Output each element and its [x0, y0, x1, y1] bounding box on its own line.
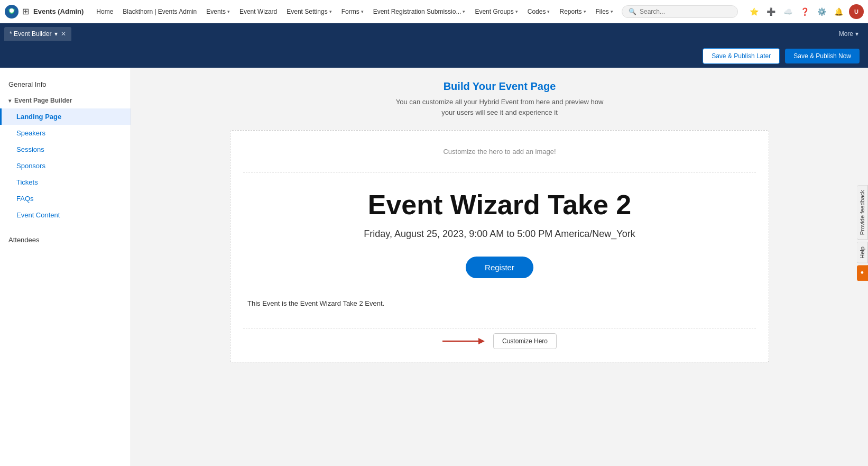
- chevron-down-icon: ▾: [8, 98, 11, 104]
- page-subtitle-line2: your users will see it and experience it: [144, 107, 855, 118]
- notification-badge-tab[interactable]: ●: [857, 265, 868, 281]
- chevron-down-icon: ▾: [547, 9, 550, 14]
- register-button[interactable]: Register: [466, 257, 533, 278]
- chevron-down-icon: ▾: [361, 9, 364, 14]
- event-title-preview: Event Wizard Take 2: [243, 190, 756, 220]
- sidebar-item-speakers[interactable]: Speakers: [0, 125, 131, 141]
- nav-item-settings[interactable]: Event Settings ▾: [282, 6, 336, 17]
- search-bar[interactable]: 🔍: [622, 5, 738, 18]
- customize-hero-row: Customize Hero: [243, 328, 756, 349]
- chevron-down-icon: ▾: [227, 9, 230, 14]
- feedback-label: Provide feedback: [859, 190, 865, 235]
- sidebar-item-tickets[interactable]: Tickets: [0, 174, 131, 190]
- sidebar-item-landing-page[interactable]: Landing Page: [0, 108, 131, 125]
- event-preview-card: Customize the hero to add an image! Even…: [230, 130, 769, 362]
- sidebar-item-faqs[interactable]: FAQs: [0, 190, 131, 207]
- provide-feedback-tab[interactable]: Provide feedback: [857, 185, 868, 240]
- sidebar-attendees[interactable]: Attendees: [0, 232, 131, 248]
- sidebar: General Info ▾ Event Page Builder Landin…: [0, 68, 131, 466]
- more-menu[interactable]: More ▾: [834, 27, 864, 41]
- help-icon[interactable]: ❓: [798, 5, 811, 18]
- nav-item-wizard-label: Event Wizard: [239, 8, 277, 15]
- action-bar: Save & Publish Later Save & Publish Now: [0, 44, 868, 68]
- active-tab-label: * Event Builder: [10, 30, 51, 38]
- main-layout: General Info ▾ Event Page Builder Landin…: [0, 68, 868, 466]
- avatar[interactable]: U: [849, 4, 864, 19]
- nav-item-registration-label: Event Registration Submissio...: [373, 8, 461, 15]
- notification-icon[interactable]: 🔔: [832, 5, 845, 18]
- save-publish-later-button[interactable]: Save & Publish Later: [703, 48, 780, 64]
- nav-item-forms[interactable]: Forms ▾: [337, 6, 368, 17]
- nav-item-reports-label: Reports: [559, 8, 581, 15]
- chevron-down-icon: ▾: [329, 9, 332, 14]
- customize-hero-button[interactable]: Customize Hero: [493, 333, 557, 349]
- settings-icon[interactable]: ⚙️: [815, 5, 828, 18]
- more-label: More: [839, 30, 853, 38]
- event-description: This Event is the Event Wizard Take 2 Ev…: [243, 299, 756, 307]
- chevron-down-icon: ▾: [463, 9, 465, 14]
- tab-close-icon[interactable]: ✕: [61, 30, 66, 38]
- sidebar-item-sponsors[interactable]: Sponsors: [0, 158, 131, 174]
- page-subtitle-line1: You can customize all your Hybrid Event …: [144, 97, 855, 107]
- chevron-down-icon: ▾: [515, 9, 518, 14]
- svg-marker-3: [478, 338, 485, 344]
- help-tab[interactable]: Help: [857, 242, 868, 263]
- nav-item-files[interactable]: Files ▾: [592, 6, 617, 17]
- nav-item-files-label: Files: [596, 8, 609, 15]
- right-panel: Provide feedback Help ●: [857, 185, 868, 281]
- nav-item-home-label: Home: [96, 8, 113, 15]
- save-publish-now-button[interactable]: Save & Publish Now: [785, 49, 860, 63]
- nav-item-events[interactable]: Events ▾: [202, 6, 234, 17]
- content-area: Build Your Event Page You can customize …: [131, 68, 868, 466]
- nav-item-codes-label: Codes: [528, 8, 546, 15]
- help-label: Help: [859, 246, 865, 259]
- hero-placeholder-text: Customize the hero to add an image!: [243, 143, 756, 173]
- event-builder-tab[interactable]: * Event Builder ▾ ✕: [4, 27, 71, 41]
- app-logo[interactable]: [4, 4, 19, 19]
- nav-right-icons: ⭐ ➕ ☁️ ❓ ⚙️ 🔔 U: [747, 4, 864, 19]
- grid-icon[interactable]: ⊞: [22, 6, 29, 16]
- sidebar-section-label: Event Page Builder: [14, 97, 72, 104]
- notification-icon-badge: ●: [859, 270, 865, 276]
- add-icon[interactable]: ➕: [764, 5, 777, 18]
- app-title: Events (Admin): [33, 7, 84, 15]
- top-nav-bar: ⊞ Events (Admin) Home Blackthorn | Event…: [0, 0, 868, 23]
- nav-item-admin-label: Blackthorn | Events Admin: [123, 8, 197, 15]
- nav-item-groups-label: Event Groups: [475, 8, 513, 15]
- sidebar-item-event-content[interactable]: Event Content: [0, 207, 131, 223]
- nav-item-forms-label: Forms: [341, 8, 359, 15]
- nav-item-wizard[interactable]: Event Wizard: [235, 6, 281, 17]
- page-heading: Build Your Event Page You can customize …: [144, 80, 855, 117]
- nav-item-admin[interactable]: Blackthorn | Events Admin: [118, 6, 201, 17]
- cloud-icon[interactable]: ☁️: [781, 5, 794, 18]
- tab-chevron-icon: ▾: [54, 30, 58, 38]
- nav-item-home[interactable]: Home: [92, 6, 117, 17]
- event-date-preview: Friday, August 25, 2023, 9:00 AM to 5:00…: [243, 229, 756, 240]
- search-input[interactable]: [640, 8, 731, 15]
- nav-item-settings-label: Event Settings: [287, 8, 327, 15]
- register-button-container: Register: [243, 257, 756, 278]
- sidebar-event-page-builder-header[interactable]: ▾ Event Page Builder: [0, 93, 131, 108]
- chevron-down-icon: ▾: [584, 9, 586, 14]
- chevron-down-icon: ▾: [611, 9, 613, 14]
- page-title: Build Your Event Page: [144, 80, 855, 93]
- sidebar-general-info[interactable]: General Info: [0, 76, 131, 93]
- star-icon[interactable]: ⭐: [747, 5, 760, 18]
- search-icon: 🔍: [629, 8, 636, 15]
- nav-item-groups[interactable]: Event Groups ▾: [470, 6, 522, 17]
- sidebar-item-sessions[interactable]: Sessions: [0, 141, 131, 158]
- second-nav-bar: * Event Builder ▾ ✕ More ▾: [0, 23, 868, 44]
- more-chevron-icon: ▾: [855, 30, 858, 38]
- nav-item-reports[interactable]: Reports ▾: [555, 6, 590, 17]
- svg-point-1: [10, 8, 14, 13]
- top-nav-items: Home Blackthorn | Events Admin Events ▾ …: [92, 6, 616, 17]
- nav-item-registration[interactable]: Event Registration Submissio... ▾: [369, 6, 470, 17]
- arrow-icon: [442, 335, 485, 348]
- nav-item-codes[interactable]: Codes ▾: [523, 6, 555, 17]
- nav-item-events-label: Events: [206, 8, 226, 15]
